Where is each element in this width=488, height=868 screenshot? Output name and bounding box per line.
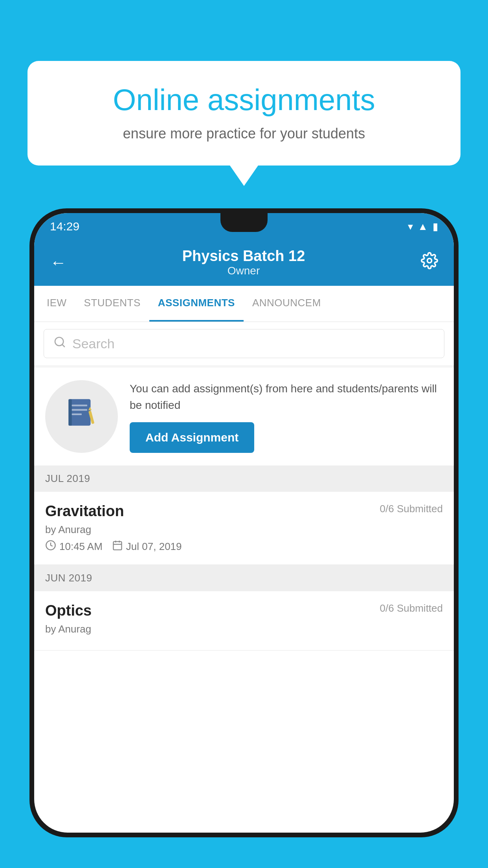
svg-rect-5 bbox=[72, 405, 87, 406]
search-container: Search bbox=[34, 322, 454, 365]
add-assignment-button[interactable]: Add Assignment bbox=[130, 422, 254, 453]
phone-outer: 14:29 ▾ ▲ ▮ ← Physics Batch 12 Owner bbox=[29, 208, 459, 837]
tab-iew[interactable]: IEW bbox=[38, 286, 75, 322]
assignment-date: Jul 07, 2019 bbox=[112, 540, 182, 554]
clock-icon bbox=[45, 540, 56, 554]
assignment-time: 10:45 AM bbox=[45, 540, 103, 554]
phone-screen: 14:29 ▾ ▲ ▮ ← Physics Batch 12 Owner bbox=[34, 213, 454, 833]
assignment-by: by Anurag bbox=[45, 524, 443, 536]
content-area: Search bbox=[34, 322, 454, 651]
svg-rect-11 bbox=[113, 542, 121, 550]
assignment-date-value: Jul 07, 2019 bbox=[126, 541, 182, 553]
assignment-item-gravitation[interactable]: Gravitation 0/6 Submitted by Anurag bbox=[34, 492, 454, 565]
svg-rect-6 bbox=[72, 409, 87, 411]
status-time: 14:29 bbox=[50, 220, 79, 233]
phone-mockup: 14:29 ▾ ▲ ▮ ← Physics Batch 12 Owner bbox=[29, 208, 459, 837]
promo-icon-circle bbox=[45, 380, 118, 453]
assignment-item-optics[interactable]: Optics 0/6 Submitted by Anurag bbox=[34, 591, 454, 651]
assignment-time-value: 10:45 AM bbox=[59, 541, 103, 553]
app-header: ← Physics Batch 12 Owner bbox=[34, 240, 454, 286]
promo-section: You can add assignment(s) from here and … bbox=[34, 368, 454, 465]
notebook-icon bbox=[64, 395, 99, 438]
assignment-submitted: 0/6 Submitted bbox=[380, 503, 443, 515]
settings-button[interactable] bbox=[421, 252, 438, 273]
tab-students[interactable]: STUDENTS bbox=[75, 286, 149, 322]
battery-icon: ▮ bbox=[433, 221, 438, 233]
wifi-icon: ▾ bbox=[408, 221, 413, 233]
assignment-by-optics: by Anurag bbox=[45, 623, 443, 635]
header-center: Physics Batch 12 Owner bbox=[182, 248, 305, 277]
speech-bubble-title: Online assignments bbox=[53, 83, 435, 117]
back-button[interactable]: ← bbox=[50, 253, 66, 272]
assignment-top-row: Gravitation 0/6 Submitted bbox=[45, 503, 443, 520]
search-icon bbox=[53, 336, 66, 351]
status-icons: ▾ ▲ ▮ bbox=[408, 221, 438, 233]
tab-announcements[interactable]: ANNOUNCEM bbox=[244, 286, 330, 322]
promo-description: You can add assignment(s) from here and … bbox=[130, 381, 443, 414]
month-header-jul: JUL 2019 bbox=[34, 465, 454, 492]
signal-icon: ▲ bbox=[418, 221, 428, 233]
promo-right: You can add assignment(s) from here and … bbox=[130, 381, 443, 453]
assignment-name: Gravitation bbox=[45, 503, 124, 520]
svg-point-0 bbox=[427, 259, 431, 263]
svg-rect-3 bbox=[70, 399, 90, 426]
header-subtitle: Owner bbox=[182, 265, 305, 277]
search-input-wrapper[interactable]: Search bbox=[44, 329, 444, 358]
speech-bubble-container: Online assignments ensure more practice … bbox=[28, 61, 460, 166]
assignment-top-row-optics: Optics 0/6 Submitted bbox=[45, 602, 443, 619]
assignment-submitted-optics: 0/6 Submitted bbox=[380, 602, 443, 614]
svg-rect-4 bbox=[68, 399, 72, 426]
speech-bubble: Online assignments ensure more practice … bbox=[28, 61, 460, 166]
assignment-name-optics: Optics bbox=[45, 602, 92, 619]
calendar-icon bbox=[112, 540, 123, 554]
header-title: Physics Batch 12 bbox=[182, 248, 305, 265]
search-placeholder: Search bbox=[72, 336, 115, 351]
notch bbox=[220, 213, 268, 232]
tab-assignments[interactable]: ASSIGNMENTS bbox=[149, 286, 244, 322]
svg-rect-7 bbox=[72, 414, 81, 415]
month-header-jun: JUN 2019 bbox=[34, 565, 454, 591]
svg-line-2 bbox=[62, 344, 64, 347]
assignment-meta: 10:45 AM Jul 07, 201 bbox=[45, 540, 443, 554]
status-bar: 14:29 ▾ ▲ ▮ bbox=[34, 213, 454, 240]
tabs-bar: IEW STUDENTS ASSIGNMENTS ANNOUNCEM bbox=[34, 286, 454, 322]
speech-bubble-subtitle: ensure more practice for your students bbox=[53, 125, 435, 142]
